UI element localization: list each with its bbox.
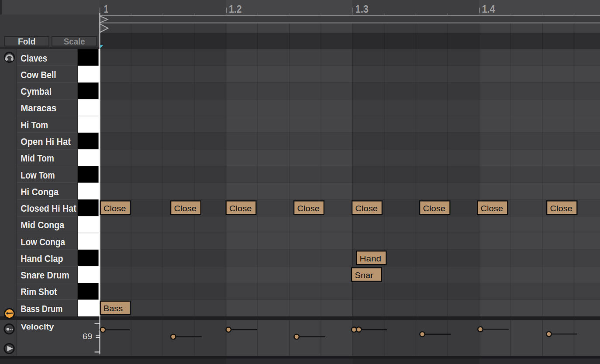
svg-text:Close: Close	[481, 204, 503, 213]
svg-text:Bass Drum: Bass Drum	[21, 304, 62, 314]
svg-text:Close: Close	[423, 204, 445, 213]
svg-text:1: 1	[104, 3, 108, 15]
svg-text:1.2: 1.2	[229, 3, 242, 15]
svg-text:Cymbal: Cymbal	[21, 86, 52, 97]
svg-text:Hand: Hand	[360, 254, 382, 263]
svg-text:1.4: 1.4	[482, 3, 495, 15]
svg-text:Snar: Snar	[355, 271, 374, 280]
svg-text:Velocity: Velocity	[21, 322, 54, 331]
svg-text:Claves: Claves	[21, 53, 47, 64]
svg-text:Low Conga: Low Conga	[21, 237, 66, 247]
svg-text:Cow Bell: Cow Bell	[21, 70, 56, 80]
svg-text:Mid Tom: Mid Tom	[21, 153, 54, 164]
svg-text:Bass: Bass	[103, 304, 123, 313]
svg-text:Closed Hi Hat: Closed Hi Hat	[21, 203, 76, 214]
svg-text:Open Hi Hat: Open Hi Hat	[21, 137, 71, 147]
svg-text:Scale: Scale	[64, 37, 85, 46]
svg-text:Close: Close	[229, 204, 252, 213]
svg-text:Fold: Fold	[18, 37, 35, 46]
svg-text:Close: Close	[550, 204, 572, 213]
svg-text:Rim Shot: Rim Shot	[21, 287, 57, 297]
svg-text:Hand Clap: Hand Clap	[21, 254, 63, 264]
svg-text:Hi Conga: Hi Conga	[21, 187, 59, 197]
svg-text:Maracas: Maracas	[21, 103, 56, 113]
svg-text:Close: Close	[174, 204, 197, 213]
svg-text:Low Tom: Low Tom	[21, 170, 55, 181]
svg-text:Close: Close	[297, 204, 320, 213]
svg-text:1.3: 1.3	[355, 3, 369, 15]
svg-text:Close: Close	[355, 204, 378, 213]
svg-text:69: 69	[83, 332, 93, 341]
svg-text:Close: Close	[103, 204, 126, 213]
svg-text:Mid Conga: Mid Conga	[21, 220, 65, 230]
svg-text:Snare Drum: Snare Drum	[21, 270, 69, 281]
svg-text:Hi Tom: Hi Tom	[21, 120, 48, 130]
